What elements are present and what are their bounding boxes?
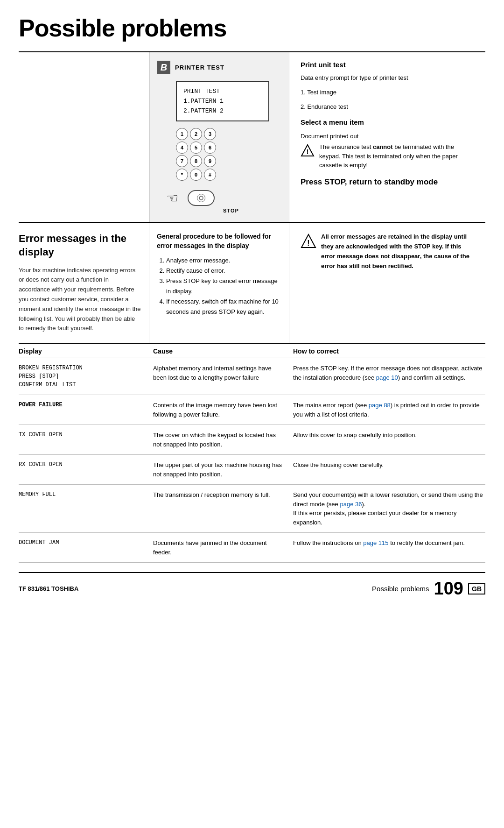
lcd-line-2: 1.PATTERN 1 [183,97,262,106]
procedure-step-3: Press STOP key to cancel error message i… [166,276,281,297]
printer-test-right-col: Print unit test Data entry prompt for ty… [289,52,485,222]
error-col-left: Error messages in the display Your fax m… [19,223,149,343]
td-cause-5: The transmission / reception memory is f… [149,490,289,527]
td-display-1: BROKEN REGISTRATION PRESS [STOP] CONFIRM… [19,364,149,389]
procedure-title: General procedure to be followed for err… [157,232,281,250]
doc-printed-label: Document printed out [301,133,476,140]
td-display-4: RX COVER OPEN [19,460,149,479]
footer-right: Possible problems 109 GB [372,579,485,599]
display-value-1: BROKEN REGISTRATION PRESS [STOP] CONFIRM… [19,365,83,388]
section-label: PRINTER TEST [175,64,224,71]
printer-list-2: 2. Endurance test [301,102,476,112]
link-page36[interactable]: page 36 [340,501,362,508]
keypad-row-1: 1 2 3 [176,128,281,140]
page-footer: TF 831/861 TOSHIBA Possible problems 109… [19,572,485,599]
table-header-row: Display Cause How to correct [19,344,485,358]
error-table: Display Cause How to correct BROKEN REGI… [19,344,485,563]
stop-button[interactable] [188,190,215,206]
printer-warning-text: The ensurance test cannot be terminated … [319,142,476,170]
link-page10[interactable]: page 10 [376,374,398,381]
lcd-screen: PRINT TEST 1.PATTERN 1 2.PATTERN 2 [176,81,269,121]
th-correct: How to correct [289,347,485,355]
key-star[interactable]: * [176,169,188,181]
printer-test-header: B PRINTER TEST [157,61,281,74]
td-correct-4: Close the housing cover carefully. [289,460,485,479]
key-3[interactable]: 3 [204,128,216,140]
page-container: Possible problems B PRINTER TEST PRINT T… [0,0,504,617]
error-warning-text: All error messages are retained in the d… [321,232,476,271]
error-section-title: Error messages in the display [19,232,141,259]
printer-test-col: B PRINTER TEST PRINT TEST 1.PATTERN 1 2.… [149,52,289,222]
printer-warning-box: ! The ensurance test cannot be terminate… [301,142,476,170]
key-0[interactable]: 0 [190,169,202,181]
keypad-row-3: 7 8 9 [176,155,281,167]
error-messages-section: Error messages in the display Your fax m… [19,223,485,344]
procedure-step-1: Analyse error message. [166,255,281,266]
lcd-line-1: PRINT TEST [183,87,262,97]
stop-circle-icon [197,194,205,202]
error-col-right: ! All error messages are retained in the… [289,223,485,343]
td-correct-6: Follow the instructions on page 115 to r… [289,538,485,557]
stop-button-wrapper [188,190,215,206]
page-title: Possible problems [19,14,485,42]
stop-label: STOP [181,208,281,213]
keypad-row-4: * 0 # [176,169,281,181]
printer-test-section: B PRINTER TEST PRINT TEST 1.PATTERN 1 2.… [19,52,485,223]
td-correct-1: Press the STOP key. If the error message… [289,364,485,389]
footer-gb-badge: GB [468,583,485,594]
footer-left-text: TF 831/861 TOSHIBA [19,585,78,592]
procedure-list: Analyse error message. Rectify cause of … [157,255,281,318]
td-display-5: MEMORY FULL [19,490,149,527]
table-row: DOCUMENT JAM Documents have jammed in th… [19,533,485,563]
td-display-2: POWER FAILURE [19,401,149,419]
print-unit-title: Print unit test [301,61,476,69]
th-display: Display [19,347,149,355]
footer-page-number: 109 [434,579,463,599]
key-8[interactable]: 8 [190,155,202,167]
keypad: 1 2 3 4 5 6 7 8 9 * 0 # [176,128,281,181]
th-cause: Cause [149,347,289,355]
printer-list-1: 1. Test image [301,88,476,98]
hand-pointing-icon: ☞ [167,191,178,206]
key-4[interactable]: 4 [176,142,188,154]
td-display-6: DOCUMENT JAM [19,538,149,557]
link-page115[interactable]: page 115 [363,539,388,546]
printer-right-text1: Data entry prompt for type of printer te… [301,73,476,83]
keypad-row-2: 4 5 6 [176,142,281,154]
table-row: MEMORY FULL The transmission / reception… [19,485,485,533]
td-correct-2: The mains error report (see page 88) is … [289,401,485,419]
table-row: POWER FAILURE Contents of the image memo… [19,395,485,425]
key-7[interactable]: 7 [176,155,188,167]
td-cause-4: The upper part of your fax machine housi… [149,460,289,479]
table-row: RX COVER OPEN The upper part of your fax… [19,455,485,485]
error-warning-triangle-icon: ! [301,233,316,250]
warning-triangle-icon: ! [301,143,315,157]
key-5[interactable]: 5 [190,142,202,154]
key-2[interactable]: 2 [190,128,202,140]
key-9[interactable]: 9 [204,155,216,167]
footer-label: Possible problems [372,585,429,593]
procedure-step-2: Rectify cause of error. [166,266,281,276]
error-desc: Your fax machine indicates operating err… [19,266,141,334]
td-correct-3: Allow this cover to snap carefully into … [289,431,485,449]
svg-text:!: ! [307,148,309,156]
link-page88[interactable]: page 88 [369,402,391,409]
error-warning-box: ! All error messages are retained in the… [301,232,476,271]
td-cause-6: Documents have jammed in the document fe… [149,538,289,557]
td-correct-5: Send your document(s) with a lower resol… [289,490,485,527]
section-letter: B [157,61,170,74]
td-cause-2: Contents of the image memory have been l… [149,401,289,419]
td-display-3: TX COVER OPEN [19,431,149,449]
error-col-middle: General procedure to be followed for err… [149,223,289,343]
table-row: TX COVER OPEN The cover on which the key… [19,425,485,455]
lcd-line-3: 2.PATTERN 2 [183,106,262,116]
left-empty-col [19,52,149,222]
td-cause-3: The cover on which the keypad is located… [149,431,289,449]
svg-point-0 [199,196,203,200]
press-stop-text: Press STOP, return to standby mode [301,177,476,187]
key-6[interactable]: 6 [204,142,216,154]
key-hash[interactable]: # [204,169,216,181]
key-1[interactable]: 1 [176,128,188,140]
td-cause-1: Alphabet memory and internal settings ha… [149,364,289,389]
stop-area: ☞ [167,190,281,206]
